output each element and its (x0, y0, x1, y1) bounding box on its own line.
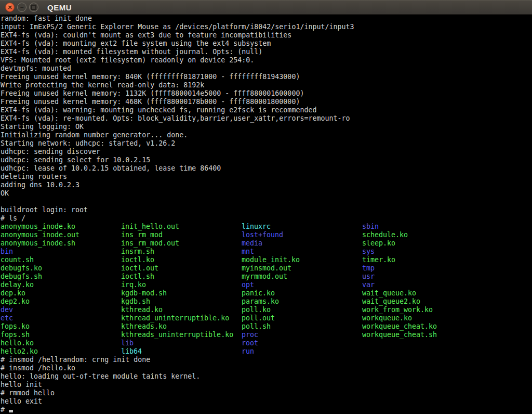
ls-entry: panic.ko (242, 289, 362, 297)
ls-entry: ioctl.ko (121, 256, 242, 264)
console-line: # rmmod hello (1, 389, 532, 397)
text-cursor (9, 410, 13, 412)
ls-entry: var (362, 281, 483, 289)
ls-entry: poll.sh (242, 322, 362, 331)
ls-entry: workqueue_cheat.ko (362, 322, 483, 331)
ls-row: anonymous_inode.koinit_hello.outlinuxrcs… (1, 223, 532, 231)
ls-entry: media (242, 239, 362, 248)
console-line: random: fast init done (1, 15, 532, 23)
ls-entry: workqueue_cheat.sh (362, 331, 483, 339)
ls-row: dep.kokgdb-mod.shpanic.kowait_queue.ko (1, 289, 532, 297)
maximize-button[interactable] (29, 3, 38, 12)
ls-entry: kgdb.sh (121, 297, 242, 306)
console-line: EXT4-fs (vda): couldn't mount as ext3 du… (1, 31, 532, 40)
ls-entry: proc (242, 331, 362, 339)
blank-line (1, 198, 532, 206)
ls-row: devkthread.kopoll.kowork_from_work.ko (1, 306, 532, 314)
console-line: OK (1, 189, 532, 198)
console-line: EXT4-fs (vda): mounted filesystem withou… (1, 48, 532, 56)
ls-entry: dep.ko (1, 289, 121, 297)
ls-row: etckthread_uninterruptible.kopoll.outwor… (1, 314, 532, 322)
ls-entry: kthread_uninterruptible.ko (121, 314, 242, 322)
ls-entry: kthread.ko (121, 306, 242, 314)
ls-entry: myinsmod.out (242, 264, 362, 273)
console-line: EXT4-fs (vda): warning: mounting uncheck… (1, 106, 532, 114)
ls-entry: work_from_work.ko (362, 306, 483, 314)
ls-row: debugfs.shioctl.shmyrmmod.outusr (1, 273, 532, 281)
console-line: Initializing random number generator... … (1, 131, 532, 139)
console-line: Starting network: udhcpc: started, v1.26… (1, 139, 532, 148)
console-line: hello exit (1, 397, 532, 406)
ls-entry: debugfs.sh (1, 273, 121, 281)
ls-entry: run (242, 347, 362, 356)
ls-entry: root (242, 339, 362, 347)
ls-row: debugfs.koioctl.outmyinsmod.outtmp (1, 264, 532, 273)
ls-entry: tmp (362, 264, 483, 273)
ls-entry: init_hello.out (121, 223, 242, 231)
ls-entry: anonymous_inode.ko (1, 223, 121, 231)
window-title: QEMU (47, 3, 72, 12)
console-line: adding dns 10.0.2.3 (1, 181, 532, 189)
ls-entry: params.ko (242, 297, 362, 306)
ls-entry: kthreads.ko (121, 322, 242, 331)
ls-entry: irq.ko (121, 281, 242, 289)
ls-row: count.shioctl.komodule_init.kotimer.ko (1, 256, 532, 264)
terminal-console[interactable]: random: fast init doneinput: ImExPS/2 Ge… (0, 15, 532, 414)
console-line: hello init (1, 381, 532, 389)
qemu-window: ✕ − QEMU random: fast init doneinput: Im… (0, 0, 532, 414)
console-line: # insmod /hellrandom: crng init done (1, 356, 532, 364)
ls-entry: bin (1, 248, 121, 256)
ls-entry: insrm.sh (121, 248, 242, 256)
console-line: # insmod /hello.ko (1, 364, 532, 372)
ls-entry: linuxrc (242, 223, 362, 231)
ls-entry: wait_queue2.ko (362, 297, 483, 306)
ls-entry: lib (121, 339, 242, 347)
console-line: deleting routers (1, 173, 532, 181)
ls-entry: etc (1, 314, 121, 322)
console-line: input: ImExPS/2 Generic Explorer Mouse a… (1, 23, 532, 31)
console-line: Write protecting the kernel read-only da… (1, 81, 532, 89)
shell-prompt: # (1, 406, 9, 413)
ls-entry: hello2.ko (1, 347, 121, 356)
console-line: Starting logging: OK (1, 123, 532, 131)
ls-entry: wait_queue.ko (362, 289, 483, 297)
minimize-icon: − (20, 4, 23, 10)
ls-entry: mnt (242, 248, 362, 256)
ls-entry: dev (1, 306, 121, 314)
shell-prompt-line: # (1, 406, 532, 414)
ls-entry: kgdb-mod.sh (121, 289, 242, 297)
ls-entry: workqueue.ko (362, 314, 483, 322)
ls-row: fops.kokthreads.kopoll.shworkqueue_cheat… (1, 322, 532, 331)
ls-entry: count.sh (1, 256, 121, 264)
console-line: EXT4-fs (vda): mounting ext2 file system… (1, 40, 532, 48)
ls-entry: opt (242, 281, 362, 289)
ls-entry: ins_rm_mod (121, 231, 242, 239)
ls-row: bininsrm.shmntsys (1, 248, 532, 256)
ls-entry: anonymous_inode.sh (1, 239, 121, 248)
ls-entry: lost+found (242, 231, 362, 239)
close-button[interactable]: ✕ (5, 3, 15, 12)
ls-row: anonymous_inode.shins_rm_mod.outmediasle… (1, 239, 532, 248)
console-line: udhcpc: sending discover (1, 148, 532, 156)
ls-entry: fops.sh (1, 331, 121, 339)
console-line: hello: loading out-of-tree module taints… (1, 372, 532, 381)
ls-row: fops.shkthreads_uninterruptible.koprocwo… (1, 331, 532, 339)
ls-entry: hello.ko (1, 339, 121, 347)
ls-entry: sys (362, 248, 483, 256)
ls-entry: timer.ko (362, 256, 483, 264)
console-line: Freeing unused kernel memory: 840K (ffff… (1, 73, 532, 81)
ls-entry: ioctl.sh (121, 273, 242, 281)
ls-entry: ins_rm_mod.out (121, 239, 242, 248)
ls-entry: debugfs.ko (1, 264, 121, 273)
ls-entry: schedule.ko (362, 231, 483, 239)
ls-entry: poll.ko (242, 306, 362, 314)
ls-entry: module_init.ko (242, 256, 362, 264)
console-line: VFS: Mounted root (ext2 filesystem) read… (1, 56, 532, 64)
ls-entry: myrmmod.out (242, 273, 362, 281)
minimize-button[interactable]: − (17, 3, 26, 12)
titlebar[interactable]: ✕ − QEMU (0, 0, 532, 15)
console-line: devtmpfs: mounted (1, 64, 532, 73)
ls-row: hello2.kolib64run (1, 347, 532, 356)
ls-row: dep2.kokgdb.shparams.kowait_queue2.ko (1, 297, 532, 306)
console-line: udhcpc: sending select for 10.0.2.15 (1, 156, 532, 164)
